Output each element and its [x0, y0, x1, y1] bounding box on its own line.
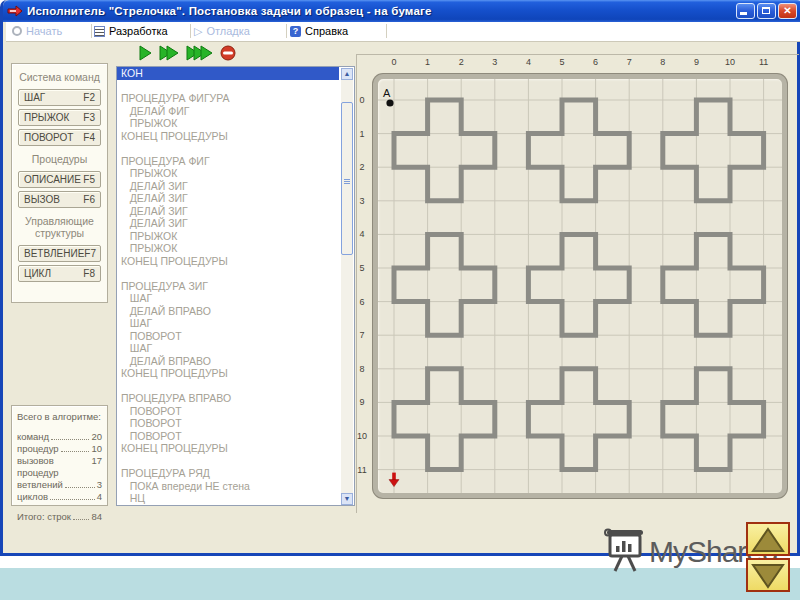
- command-key: F6: [83, 194, 95, 205]
- code-line[interactable]: ПОВОРОТ: [117, 430, 339, 443]
- ruler-y-label: 4: [355, 229, 369, 239]
- code-line[interactable]: ПРОЦЕДУРА ФИГУРА: [117, 92, 339, 105]
- maximize-button[interactable]: [757, 3, 776, 19]
- code-line[interactable]: ПРЫЖОК: [117, 242, 339, 255]
- stat-value: 17: [91, 455, 102, 467]
- tab-отладка[interactable]: ▷Отладка: [194, 22, 250, 40]
- down-triangle-icon: [750, 562, 786, 590]
- code-line[interactable]: [117, 380, 339, 393]
- code-line[interactable]: КОНЕЦ ПРОЦЕДУРЫ: [117, 367, 339, 380]
- cross-figure: [528, 100, 629, 201]
- command-button-f6[interactable]: ВЫЗОВF6: [18, 191, 101, 208]
- ruler-y-label: 11: [355, 465, 369, 475]
- stat-value: 4: [97, 491, 102, 503]
- cross-figure: [394, 100, 495, 201]
- code-line[interactable]: ПРЫЖОК: [117, 167, 339, 180]
- maximize-icon: [762, 7, 770, 14]
- run-3x-button[interactable]: [186, 45, 213, 61]
- tab-начать[interactable]: Начать: [12, 22, 62, 40]
- start-marker-label: A: [383, 87, 391, 99]
- code-line[interactable]: ШАГ: [117, 342, 339, 355]
- scroll-down-button[interactable]: ▼: [341, 493, 353, 505]
- code-line[interactable]: ПОВОРОТ: [117, 417, 339, 430]
- code-line[interactable]: ПРЫЖОК: [117, 230, 339, 243]
- stats-total-value: 84: [91, 511, 102, 523]
- stat-row: ветвлений3: [17, 479, 102, 491]
- program-listing[interactable]: КОНПРОЦЕДУРА ФИГУРА ДЕЛАЙ ФИГ ПРЫЖОККОНЕ…: [116, 66, 355, 506]
- slide-down-button[interactable]: [746, 558, 790, 592]
- code-line[interactable]: [117, 80, 339, 93]
- run-controls: [139, 43, 236, 63]
- command-button-f8[interactable]: ЦИКЛF8: [18, 265, 101, 282]
- code-line[interactable]: ПРОЦЕДУРА ФИГ: [117, 155, 339, 168]
- command-button-f5[interactable]: ОПИСАНИЕF5: [18, 171, 101, 188]
- dotted-leader: [65, 487, 95, 488]
- play-double-icon: [159, 45, 179, 61]
- stat-value: 3: [97, 479, 102, 491]
- code-line[interactable]: ДЕЛАЙ ЗИГ: [117, 217, 339, 230]
- play-triple-icon: [186, 45, 213, 61]
- code-line[interactable]: КОН: [117, 67, 339, 80]
- ruler-x-label: 8: [660, 57, 665, 67]
- title-bar: Исполнитель "Стрелочка". Постановка зада…: [3, 0, 800, 22]
- code-line[interactable]: КОНЕЦ ПРОЦЕДУРЫ: [117, 130, 339, 143]
- scrollbar-thumb[interactable]: [341, 102, 353, 255]
- command-button-f4[interactable]: ПОВОРОТF4: [18, 129, 101, 146]
- ruler-y-label: 5: [355, 263, 369, 273]
- code-line[interactable]: ПОВОРОТ: [117, 405, 339, 418]
- dotted-leader: [50, 499, 95, 500]
- command-label: ВЕТВЛЕНИЕ: [24, 248, 84, 259]
- code-line[interactable]: [117, 142, 339, 155]
- stat-value: 20: [91, 431, 102, 443]
- stats-panel: Всего в алгоритме: команд20процедур10выз…: [11, 405, 108, 506]
- stat-value: 10: [91, 443, 102, 455]
- code-line[interactable]: ДЕЛАЙ ВПРАВО: [117, 355, 339, 368]
- command-key: F5: [83, 174, 95, 185]
- code-line[interactable]: ПРОЦЕДУРА ЗИГ: [117, 280, 339, 293]
- ruler-x-label: 3: [492, 57, 497, 67]
- code-line[interactable]: ДЕЛАЙ ЗИГ: [117, 180, 339, 193]
- ruler-x-label: 1: [425, 57, 430, 67]
- stat-row: циклов4: [17, 491, 102, 503]
- dotted-leader: [51, 439, 89, 440]
- run-button[interactable]: [139, 45, 152, 61]
- code-line[interactable]: ДЕЛАЙ ЗИГ: [117, 205, 339, 218]
- code-line[interactable]: НЦ: [117, 492, 339, 505]
- tab-label: Справка: [305, 25, 348, 37]
- group-title: Система команд: [16, 71, 103, 83]
- cross-figure: [528, 369, 629, 470]
- ruler-x-label: 11: [759, 57, 768, 67]
- dotted-leader: [73, 519, 89, 520]
- ruler-y-label: 1: [355, 129, 369, 139]
- code-line[interactable]: ПОВОРОТ: [117, 330, 339, 343]
- code-line[interactable]: ШАГ: [117, 292, 339, 305]
- code-line[interactable]: [117, 455, 339, 468]
- minimize-button[interactable]: [736, 3, 755, 19]
- tab-разработка[interactable]: Разработка: [94, 22, 168, 40]
- run-2x-button[interactable]: [159, 45, 179, 61]
- code-line[interactable]: [117, 267, 339, 280]
- stats-total-row: Итого: строк 84: [17, 511, 102, 523]
- slide-up-button[interactable]: [746, 522, 790, 556]
- code-line[interactable]: ДЕЛАЙ ЗИГ: [117, 192, 339, 205]
- command-key: F2: [83, 92, 95, 103]
- tab-справка[interactable]: ?Справка: [290, 22, 348, 40]
- code-line[interactable]: ПРЫЖОК: [117, 117, 339, 130]
- ruler-x-label: 6: [593, 57, 598, 67]
- listing-scrollbar[interactable]: ▲ ▼: [341, 68, 353, 505]
- stop-button[interactable]: [220, 45, 236, 61]
- tab-label: Начать: [26, 25, 62, 37]
- code-line[interactable]: ДЕЛАЙ ФИГ: [117, 105, 339, 118]
- code-line[interactable]: КОНЕЦ ПРОЦЕДУРЫ: [117, 255, 339, 268]
- scroll-up-button[interactable]: ▲: [341, 68, 353, 80]
- command-button-f7[interactable]: ВЕТВЛЕНИЕF7: [18, 245, 101, 262]
- code-line[interactable]: КОНЕЦ ПРОЦЕДУРЫ: [117, 442, 339, 455]
- close-button[interactable]: ✕: [778, 3, 797, 19]
- code-line[interactable]: ПРОЦЕДУРА ВПРАВО: [117, 392, 339, 405]
- code-line[interactable]: ШАГ: [117, 317, 339, 330]
- code-line[interactable]: ПОКА впереди НЕ стена: [117, 480, 339, 493]
- code-line[interactable]: ДЕЛАЙ ВПРАВО: [117, 305, 339, 318]
- command-button-f3[interactable]: ПРЫЖОКF3: [18, 109, 101, 126]
- code-line[interactable]: ПРОЦЕДУРА РЯД: [117, 467, 339, 480]
- command-button-f2[interactable]: ШАГF2: [18, 89, 101, 106]
